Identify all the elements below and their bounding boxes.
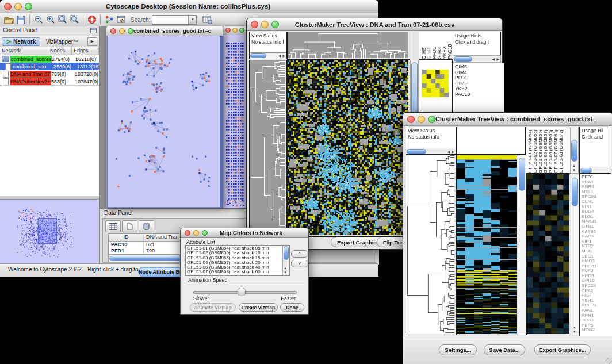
minimize-button[interactable] xyxy=(193,230,199,236)
network-list-row[interactable]: combined_sco2569(6)13112(15) xyxy=(0,63,99,70)
edit-window-icon[interactable] xyxy=(115,14,127,25)
scrollbar-thumb[interactable] xyxy=(407,149,426,154)
scrollbar-thumb[interactable] xyxy=(284,246,289,260)
col-nodes[interactable]: Nodes xyxy=(48,47,72,55)
scrollbar-thumb[interactable] xyxy=(571,140,577,162)
scroll-down-icon[interactable]: ▼ xyxy=(284,270,287,275)
gene-label[interactable]: RNR4 xyxy=(582,185,612,190)
gene-label[interactable]: SEC1 xyxy=(582,254,612,259)
col-network[interactable]: Network xyxy=(0,47,48,55)
usage-hscrollbar[interactable]: ◀ ▶ xyxy=(453,55,501,63)
gene-label[interactable]: KAP95 xyxy=(582,229,612,235)
gene-label[interactable]: PEP5 xyxy=(582,323,612,328)
close-button[interactable] xyxy=(110,28,116,34)
zoom-fit-icon[interactable] xyxy=(56,14,68,25)
usage-hscrollbar[interactable] xyxy=(580,167,611,173)
combo-dropdown-icon[interactable]: ▼ xyxy=(188,16,196,24)
gene-label[interactable]: YSH1 xyxy=(582,298,612,304)
zoom-button[interactable] xyxy=(202,230,208,236)
minimize-button[interactable] xyxy=(232,28,238,33)
zoom-button[interactable] xyxy=(271,21,279,28)
tab-network[interactable]: Network xyxy=(2,37,40,46)
gene-label[interactable]: MAK31 xyxy=(582,219,612,224)
scroll-up-icon[interactable]: ▲ xyxy=(284,266,287,270)
gene-label[interactable]: GIM5 xyxy=(455,64,502,70)
tab-vizmapper[interactable]: VizMapper™ xyxy=(40,39,84,45)
view-status-hscrollbar[interactable]: ◀ ▶ xyxy=(250,52,286,59)
scroll-up-icon[interactable]: ▲ xyxy=(572,163,576,168)
column-label[interactable]: PAC10 xyxy=(447,32,452,59)
treeview1-title-bar[interactable]: ClusterMaker TreeView : DNA and Tran 07-… xyxy=(247,18,502,31)
zoom-in-icon[interactable] xyxy=(44,14,56,25)
gene-label[interactable]: VIP1 xyxy=(582,239,612,244)
column-dendrogram[interactable] xyxy=(287,32,410,60)
column-label[interactable]: GPL51-02 (GSM855) xyxy=(533,127,538,173)
attribute-item[interactable]: GPL51-07 (GSM868) heat shock 60 min xyxy=(187,270,288,274)
zoom-button[interactable] xyxy=(128,28,133,34)
gene-label[interactable]: PUF3 xyxy=(582,269,612,274)
second-window-title-bar[interactable] xyxy=(223,26,246,35)
minimize-button[interactable] xyxy=(418,116,425,123)
close-button[interactable] xyxy=(225,28,231,33)
column-dendrogram-canvas[interactable] xyxy=(288,32,408,58)
network-diagram-icon[interactable] xyxy=(103,14,115,25)
column-label[interactable]: GPL51-01 (GSM854) xyxy=(527,127,533,173)
scroll-left-icon[interactable]: ◀ xyxy=(492,57,495,62)
gene-label[interactable]: PAN1 xyxy=(582,308,612,313)
network-window-title-bar[interactable]: combined_scores_good.txt--cluste... xyxy=(106,26,223,36)
open-file-button[interactable] xyxy=(3,14,15,25)
main-title-bar[interactable]: Cytoscape Desktop (Session Name: collins… xyxy=(0,0,378,13)
scrollbar-thumb[interactable] xyxy=(572,178,578,206)
column-label[interactable]: GPL51-06 (GSM865) xyxy=(548,127,553,173)
column-label[interactable]: GPL51-08 (GSM872) xyxy=(559,127,564,173)
scrollbar-thumb[interactable] xyxy=(519,158,525,191)
gene-label[interactable]: HAP3 xyxy=(582,234,612,239)
gene-label[interactable]: MSI1 xyxy=(582,249,612,254)
panel-divider[interactable] xyxy=(0,196,99,200)
save-button[interactable] xyxy=(15,14,27,25)
gene-label[interactable]: PAC10 xyxy=(455,92,502,98)
labels-vscrollbar[interactable]: ▲ ▼ xyxy=(570,127,579,174)
grid-network-canvas[interactable] xyxy=(223,35,246,208)
column-label[interactable]: GIM5 xyxy=(421,32,426,59)
scroll-up-icon[interactable]: ▲ xyxy=(573,325,576,329)
gene-label[interactable]: YKE2 xyxy=(455,86,502,92)
attribute-item[interactable]: GPL51-06 (GSM865) heat shock 40 min xyxy=(187,265,288,270)
row-dendrogram-canvas[interactable] xyxy=(406,155,454,334)
minimize-button[interactable] xyxy=(14,3,22,10)
heatmap-canvas[interactable] xyxy=(457,155,517,334)
zoom-heatmap-panel[interactable] xyxy=(526,174,571,335)
zoom-button[interactable] xyxy=(239,28,244,33)
close-button[interactable] xyxy=(407,116,415,123)
row-dendrogram[interactable] xyxy=(406,155,456,335)
scroll-right-icon[interactable]: ▶ xyxy=(282,53,285,58)
export-graphics-button[interactable]: Export Graphics... xyxy=(534,344,591,355)
col-edges[interactable]: Edges xyxy=(72,47,99,55)
gene-label[interactable]: SPC98 xyxy=(582,194,612,200)
select-attributes-icon[interactable] xyxy=(105,220,121,232)
minimize-button[interactable] xyxy=(261,21,269,28)
view-status-hscrollbar[interactable]: ◀ ▶ xyxy=(406,148,456,154)
new-attribute-icon[interactable] xyxy=(122,220,137,232)
treeview2-title-bar[interactable]: ClusterMaker TreeView : combined_scores_… xyxy=(403,113,612,126)
search-input[interactable]: ▼ xyxy=(152,15,197,25)
minimize-button[interactable] xyxy=(119,28,125,34)
heatmap-main[interactable] xyxy=(287,60,410,237)
gene-label[interactable]: YRA1 xyxy=(582,180,612,185)
scrollbar-thumb[interactable] xyxy=(580,168,592,173)
gene-label[interactable]: CLN1 xyxy=(582,200,612,205)
dialog-title-bar[interactable]: Map Colors to Network xyxy=(181,228,308,238)
scroll-right-icon[interactable]: ▶ xyxy=(452,150,454,154)
create-vizmap-button[interactable]: Create Vizmap xyxy=(239,303,278,312)
settings-button[interactable]: Settings... xyxy=(439,344,477,355)
column-label[interactable]: GPL51-04 (GSM857) xyxy=(543,127,548,173)
gene-label[interactable]: NIS1 xyxy=(582,205,612,210)
zoom-heatmap-canvas[interactable] xyxy=(527,174,569,334)
done-button[interactable]: Done xyxy=(280,303,304,312)
zoom-selected-icon[interactable] xyxy=(68,14,81,25)
scroll-left-icon[interactable]: ◀ xyxy=(278,53,281,58)
birdseye-canvas[interactable] xyxy=(1,201,98,263)
heatmap-canvas[interactable] xyxy=(288,60,408,235)
slider-thumb[interactable] xyxy=(238,288,246,296)
gene-label[interactable]: NTR2 xyxy=(582,244,612,249)
